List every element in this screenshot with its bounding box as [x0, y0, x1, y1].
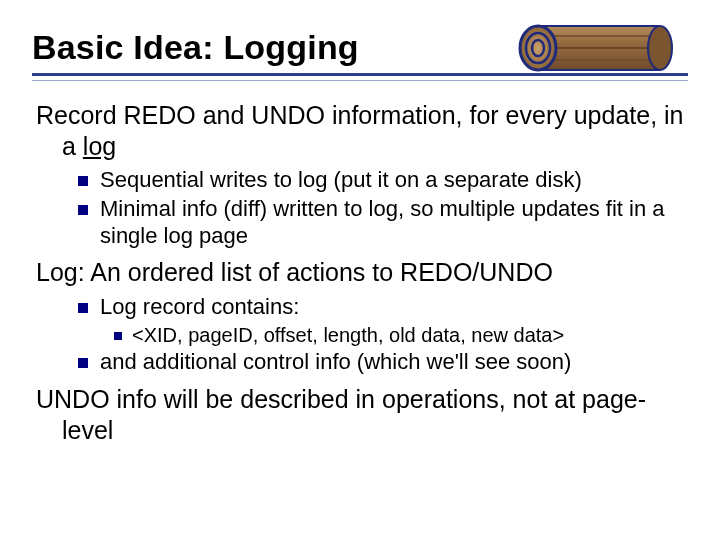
- slide: Basic Idea: Logging Record REDO and UNDO…: [0, 0, 720, 540]
- slide-title: Basic Idea: Logging: [32, 28, 688, 67]
- bullet-log-record-contains: Log record contains:: [36, 294, 684, 321]
- word-log-underlined: log: [83, 132, 116, 160]
- bullet-list-1: Sequential writes to log (put it on a se…: [36, 167, 684, 249]
- bullet-list-2: Log record contains:: [36, 294, 684, 321]
- para-text: Record REDO and UNDO information, for ev…: [36, 101, 684, 160]
- para-record-redo-undo: Record REDO and UNDO information, for ev…: [36, 100, 684, 161]
- para-log-definition: Log: An ordered list of actions to REDO/…: [36, 257, 684, 288]
- title-underline: [32, 73, 688, 81]
- title-bar: Basic Idea: Logging: [32, 28, 688, 81]
- bullet-sublist: <XID, pageID, offset, length, old data, …: [36, 323, 684, 347]
- bullet-log-record-format: <XID, pageID, offset, length, old data, …: [36, 323, 684, 347]
- bullet-minimal-info: Minimal info (diff) written to log, so m…: [36, 196, 684, 250]
- slide-body: Record REDO and UNDO information, for ev…: [36, 100, 684, 451]
- para-undo-info: UNDO info will be described in operation…: [36, 384, 684, 445]
- bullet-list-3: and additional control info (which we'll…: [36, 349, 684, 376]
- bullet-sequential-writes: Sequential writes to log (put it on a se…: [36, 167, 684, 194]
- bullet-additional-control: and additional control info (which we'll…: [36, 349, 684, 376]
